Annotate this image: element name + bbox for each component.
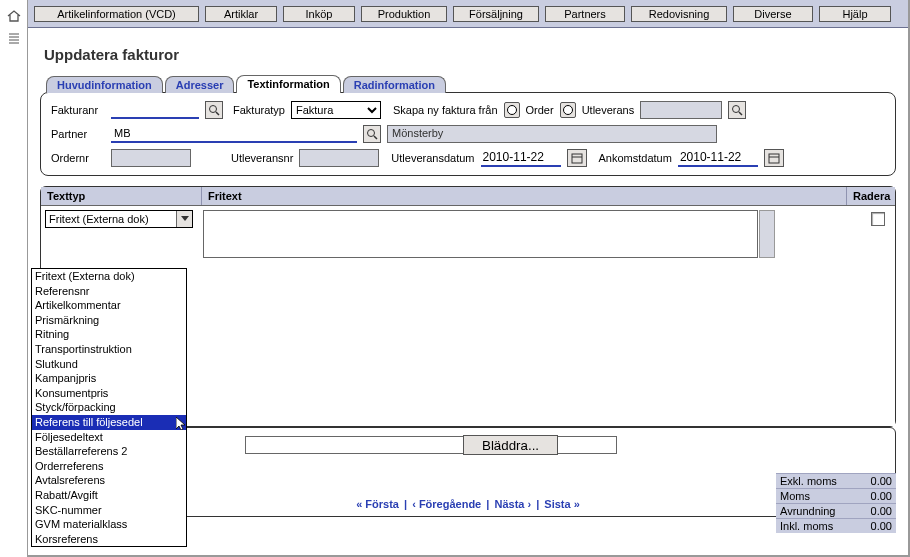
chevron-down-icon[interactable] <box>176 211 192 227</box>
pager-last[interactable]: Sista » <box>544 498 579 510</box>
dropdown-option[interactable]: Kampanjpris <box>32 371 186 386</box>
utlevdatum-input[interactable] <box>481 149 561 167</box>
fakturanr-input[interactable] <box>111 101 199 119</box>
dropdown-option[interactable]: Konsumentpris <box>32 386 186 401</box>
fakturatyp-label: Fakturatyp <box>233 104 285 116</box>
menu-artikelinformationvcd[interactable]: Artikelinformation (VCD) <box>34 6 199 22</box>
texttyp-selected-value: Fritext (Externa dok) <box>49 213 149 225</box>
browse-button[interactable]: Bläddra... <box>463 435 558 455</box>
utleverans-label: Utleverans <box>582 104 635 116</box>
fakturatyp-select[interactable]: Faktura <box>291 101 381 119</box>
tab-bar: HuvudinformationAdresserTextinformationR… <box>46 75 896 93</box>
dropdown-option[interactable]: Referensnr <box>32 284 186 299</box>
main-menu-bar: Artikelinformation (VCD)ArtiklarInköpPro… <box>28 0 908 28</box>
dropdown-option[interactable]: SKC-nummer <box>32 503 186 518</box>
totals-row: Exkl. moms0.00 <box>776 473 896 488</box>
menu-partners[interactable]: Partners <box>545 6 625 22</box>
left-rail <box>0 0 28 557</box>
svg-line-7 <box>739 112 742 115</box>
totals-row: Inkl. moms0.00 <box>776 518 896 533</box>
pager-first[interactable]: « Första <box>356 498 399 510</box>
svg-line-5 <box>216 112 219 115</box>
partner-search-icon[interactable] <box>363 125 381 143</box>
col-texttyp: Texttyp <box>41 187 202 205</box>
partner-name-display: Mönsterby <box>387 125 717 143</box>
totals-row: Moms0.00 <box>776 488 896 503</box>
dropdown-option[interactable]: GVM materialklass <box>32 517 186 532</box>
utleverans-ref-input[interactable] <box>640 101 722 119</box>
partner-label: Partner <box>51 128 105 140</box>
pager-next[interactable]: Nästa › <box>494 498 531 510</box>
pager-prev[interactable]: ‹ Föregående <box>412 498 481 510</box>
col-radera: Radera <box>847 187 895 205</box>
tab-adresser[interactable]: Adresser <box>165 76 235 93</box>
dropdown-option[interactable]: Ritning <box>32 327 186 342</box>
list-icon[interactable] <box>8 32 20 44</box>
dropdown-option[interactable]: Följesedeltext <box>32 430 186 445</box>
from-utleverans-radio[interactable] <box>560 102 576 118</box>
dropdown-option[interactable]: Transportinstruktion <box>32 342 186 357</box>
page-title: Uppdatera fakturor <box>44 46 896 63</box>
texttyp-select[interactable]: Fritext (Externa dok) <box>45 210 193 228</box>
utlevdatum-label: Utleveransdatum <box>391 152 474 164</box>
menu-artiklar[interactable]: Artiklar <box>205 6 277 22</box>
ankdatum-input[interactable] <box>678 149 758 167</box>
from-order-radio[interactable] <box>504 102 520 118</box>
tab-textinformation[interactable]: Textinformation <box>236 75 340 93</box>
dropdown-option[interactable]: Rabatt/Avgift <box>32 488 186 503</box>
menu-diverse[interactable]: Diverse <box>733 6 813 22</box>
svg-line-9 <box>374 136 377 139</box>
utleveransnr-label: Utleveransnr <box>231 152 293 164</box>
scrollbar[interactable] <box>759 210 775 258</box>
utleveransnr-input[interactable] <box>299 149 379 167</box>
svg-rect-10 <box>572 154 582 163</box>
totals-box: Exkl. moms0.00Moms0.00Avrundning0.00Inkl… <box>776 473 896 533</box>
menu-hjlp[interactable]: Hjälp <box>819 6 891 22</box>
texttyp-dropdown-list[interactable]: Fritext (Externa dok)ReferensnrArtikelko… <box>31 268 187 547</box>
svg-point-8 <box>368 130 375 137</box>
dropdown-option[interactable]: Fritext (Externa dok) <box>32 269 186 284</box>
home-icon[interactable] <box>7 10 21 22</box>
calendar-icon[interactable] <box>764 149 784 167</box>
dropdown-option[interactable]: Artikelkommentar <box>32 298 186 313</box>
totals-row: Avrundning0.00 <box>776 503 896 518</box>
file-path-input[interactable] <box>245 436 617 454</box>
col-fritext: Fritext <box>202 187 847 205</box>
menu-redovisning[interactable]: Redovisning <box>631 6 727 22</box>
dropdown-option[interactable]: Prismärkning <box>32 313 186 328</box>
dropdown-option[interactable]: Referens till följesedel <box>32 415 186 430</box>
tab-huvudinformation[interactable]: Huvudinformation <box>46 76 163 93</box>
svg-rect-12 <box>769 154 779 163</box>
dropdown-option[interactable]: Korsreferens <box>32 532 186 547</box>
partner-code-input[interactable] <box>111 125 357 143</box>
dropdown-option[interactable]: Beställarreferens 2 <box>32 444 186 459</box>
tab-radinformation[interactable]: Radinformation <box>343 76 446 93</box>
fakturanr-search-icon[interactable] <box>205 101 223 119</box>
cursor-icon <box>176 417 186 430</box>
ordernr-input[interactable] <box>111 149 191 167</box>
calendar-icon[interactable] <box>567 149 587 167</box>
dropdown-option[interactable]: Avtalsreferens <box>32 473 186 488</box>
skapa-label: Skapa ny faktura från <box>393 104 498 116</box>
form-panel: Fakturanr Fakturatyp Faktura Skapa ny fa… <box>40 92 896 176</box>
dropdown-option[interactable]: Styck/förpacking <box>32 400 186 415</box>
dropdown-option[interactable]: Orderreferens <box>32 459 186 474</box>
svg-point-4 <box>210 106 217 113</box>
ankdatum-label: Ankomstdatum <box>599 152 672 164</box>
fritext-textarea[interactable] <box>203 210 758 258</box>
svg-point-6 <box>733 106 740 113</box>
menu-inkp[interactable]: Inköp <box>283 6 355 22</box>
order-label: Order <box>526 104 554 116</box>
menu-produktion[interactable]: Produktion <box>361 6 447 22</box>
radera-checkbox[interactable] <box>871 212 885 226</box>
ordernr-label: Ordernr <box>51 152 105 164</box>
menu-frsljning[interactable]: Försäljning <box>453 6 539 22</box>
utleverans-search-icon[interactable] <box>728 101 746 119</box>
fakturanr-label: Fakturanr <box>51 104 105 116</box>
dropdown-option[interactable]: Slutkund <box>32 357 186 372</box>
